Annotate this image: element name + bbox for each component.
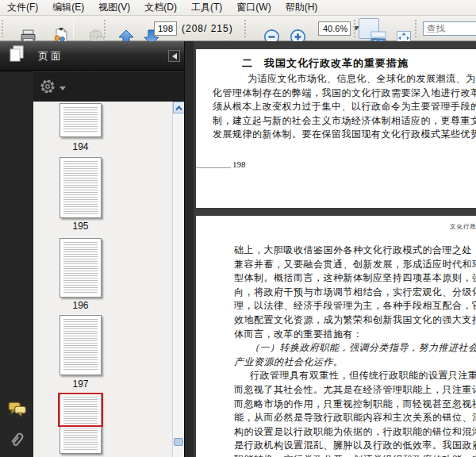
thumbnail-content	[63, 242, 98, 294]
thumbnail-content	[63, 107, 98, 133]
text-line: 兼容并蓄，又要融会贯通、创新发展，形成适应时代和环境要求的新	[234, 258, 476, 272]
text-line: 为适应文化市场化、信息化、全球化的发展潮流、为克服现有文	[213, 72, 476, 86]
panel-splitter[interactable]	[184, 41, 194, 457]
panel-options-button[interactable]	[39, 78, 66, 98]
text-line: 产业资源的社会化运作。	[234, 355, 476, 370]
document-page-199: 文化行政学 础上，大胆吸收借鉴国外各种文化行政模式的合理之处，博采众长、兼容并蓄…	[196, 216, 476, 457]
toolbar-grip[interactable]	[104, 20, 106, 37]
footer-page-number: 198	[232, 159, 246, 169]
current-view-indicator[interactable]	[58, 393, 103, 427]
page-thumbnail-194[interactable]	[60, 103, 102, 137]
fit-width-button[interactable]	[359, 18, 379, 39]
collapse-panel-button[interactable]	[168, 50, 180, 62]
menu-item-edit[interactable]: 编辑(E)	[45, 0, 91, 16]
text-line: 构的设置是以行政职能为依据的，行政职能的错位和混淆，结果必然	[234, 425, 476, 440]
page-count-label: (208/ 215)	[182, 23, 233, 34]
text-line: 发展规律的新体制。要在保留我国现有文化行政模式某些优势的基	[213, 128, 476, 142]
menu-item-window[interactable]: 窗口(W)	[229, 0, 278, 16]
menu-item-file[interactable]: 文件(F)	[0, 0, 45, 16]
collaborate-button[interactable]	[38, 19, 65, 38]
thumbnails-scrollbar[interactable]	[172, 102, 184, 457]
thumbnail-label: 197	[60, 378, 102, 390]
text-line: 础上，大胆吸收借鉴国外各种文化行政模式的合理之处，博采众长、	[234, 244, 476, 258]
attachments-paperclip-icon[interactable]	[8, 431, 27, 450]
running-header: 文化行政学	[450, 223, 476, 231]
comments-icon[interactable]	[8, 401, 27, 420]
menu-item-document[interactable]: 文档(D)	[137, 0, 184, 16]
thumbnail-label: 195	[60, 221, 102, 232]
document-view[interactable]: 二 我国文化行政改革的重要措施 为适应文化市场化、信息化、全球化的发展潮流、为克…	[194, 41, 476, 457]
menu-item-view[interactable]: 视图(V)	[91, 0, 137, 16]
page-thumbnails-panel: 194195196197198	[33, 102, 184, 457]
page-thumbnail-195[interactable]	[60, 157, 102, 218]
zoom-in-button[interactable]	[281, 20, 298, 37]
gear-icon	[39, 78, 56, 98]
text-line: 须从根本上改变权力过于集中、以行政命令为主要管理手段的旧体	[213, 100, 476, 114]
page-number-input[interactable]	[154, 21, 177, 36]
pages-panel-header: 页面	[0, 41, 184, 71]
text-line: 职能转换：实行党政分开，划清党组织和政府的功能；实行政企分开，	[234, 453, 476, 457]
zoom-out-button[interactable]	[255, 20, 272, 37]
panel-options-row	[33, 71, 184, 102]
text-line: （一）转换政府职能，强调分类指导，努力推进社会主义文化	[234, 341, 476, 355]
options-dropdown-caret	[60, 86, 66, 94]
text-line: 而忽略市场的作用，只重视控制职能，而轻视甚至忽视社会服务职	[234, 397, 476, 412]
pages-icon	[8, 44, 25, 68]
text-line: 效地配置文化资源，成为繁荣和创新我国文化的强大支持系统。具	[234, 313, 476, 328]
pages-panel-title: 页面	[38, 49, 63, 63]
text-line: 型体制。概括而言，这种新体制应坚持四项基本原则，强调市场导	[234, 271, 476, 286]
toolbar: (208/ 215) 40.6%	[0, 16, 476, 41]
collapse-arrow-icon	[169, 53, 177, 60]
text-line: 能，从而必然是导致行政职能内容和主次关系的错位、混淆。行政机	[234, 411, 476, 425]
document-page-198: 二 我国文化行政改革的重要措施 为适应文化市场化、信息化、全球化的发展潮流、为克…	[196, 49, 476, 208]
page-body-text: 为适应文化市场化、信息化、全球化的发展潮流、为克服现有文化管理体制存在的弊端，我…	[213, 72, 476, 142]
toolbar-grip[interactable]	[244, 20, 247, 37]
scrollbar-thumb[interactable]	[174, 438, 183, 446]
text-line: 而忽视了其社会性。尤其是在经济管理职能上，只注重计划的作用，	[234, 383, 476, 397]
page-body-text: 础上，大胆吸收借鉴国外各种文化行政模式的合理之处，博采众长、兼容并蓄，又要融会贯…	[234, 244, 476, 457]
toolbar-grip[interactable]	[2, 20, 4, 37]
search-input[interactable]	[423, 21, 476, 36]
text-line: 是行政机构设置混乱、臃肿以及行政的低效率。我国政府正在进行	[234, 439, 476, 453]
text-line: 体而言，改革的重要措施有：	[234, 328, 476, 342]
toolbar-grip[interactable]	[415, 20, 417, 37]
toolbar-grip[interactable]	[354, 20, 356, 37]
toolbar-separator	[73, 20, 74, 37]
scrollbar-up-button[interactable]	[173, 102, 184, 113]
navigation-strip	[0, 71, 33, 457]
text-line: 化管理体制存在的弊端，我国的文化行政需要深入地进行改革。必	[213, 86, 476, 101]
menu-item-help[interactable]: 帮助(H)	[278, 0, 325, 16]
share-button-disabled	[79, 19, 98, 38]
thumbnail-label: 194	[60, 141, 102, 152]
next-page-button[interactable]	[133, 19, 152, 38]
page-thumbnail-197[interactable]	[60, 315, 102, 375]
page-thumbnail-196[interactable]	[60, 238, 102, 298]
footer-rule	[196, 167, 231, 168]
text-line: 理，以法律、经济手段管理为主，各种手段相互配合，它应能够灵活高	[234, 299, 476, 313]
print-button[interactable]	[10, 19, 29, 38]
thumbnail-content	[63, 319, 98, 371]
menu-bar: 文件(F)编辑(E)视图(V)文档(D)工具(T)窗口(W)帮助(H)	[0, 0, 476, 16]
previous-page-button[interactable]	[108, 19, 127, 38]
menu-item-tools[interactable]: 工具(T)	[184, 0, 229, 16]
text-line: 制，建立起与新的社会主义市场经济体制相适应的，更尊重文化自身	[213, 114, 476, 129]
zoom-level-input[interactable]: 40.6%	[318, 21, 351, 36]
collaborate-dropdown-caret	[59, 28, 63, 33]
thumbnail-label: 196	[60, 300, 102, 311]
text-line: 向，将政府干预与市场调节相结合，实行宏观化、分级化、间接化的管	[234, 286, 476, 300]
section-heading: 二 我国文化行政改革的重要措施	[242, 56, 409, 71]
thumbnail-content	[63, 161, 98, 214]
text-line: 行政管理具有双重性，但传统行政职能的设置只注重其政治性，	[234, 369, 476, 383]
fit-page-button[interactable]	[384, 18, 405, 39]
